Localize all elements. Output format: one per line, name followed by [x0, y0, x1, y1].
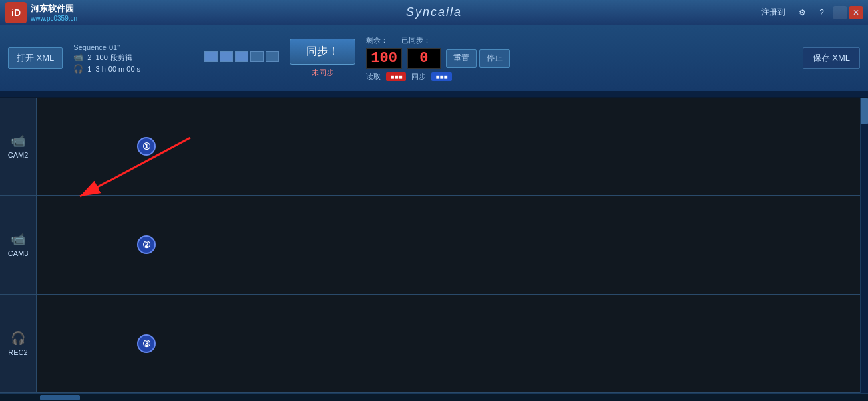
toolbar: 打开 XML Sequence 01" 📹 2 100 段剪辑 🎧 1 3 h … — [0, 25, 868, 92]
sync-section: 同步！ 未同步 — [290, 39, 355, 78]
app-name-label: Syncaila — [406, 5, 462, 19]
cam3-label: CAM3 — [8, 249, 29, 257]
remaining-label: 剩余： — [366, 35, 388, 45]
track-row-cam3[interactable]: ② — [37, 196, 860, 294]
minimize-button[interactable]: — — [833, 6, 847, 19]
prog-block-3 — [235, 51, 248, 62]
sync-button[interactable]: 同步！ — [290, 39, 355, 65]
prog-block-1 — [204, 51, 218, 62]
track-row-rec2[interactable]: ③ — [37, 295, 860, 393]
progress-blocks — [204, 51, 279, 62]
track-row: 🎧 1 3 h 00 m 00 s — [73, 64, 194, 74]
synced-label: 已同步： — [401, 35, 431, 45]
stats-top: 剩余： 已同步： — [366, 35, 513, 45]
left-sidebar: 📹 CAM2 📹 CAM3 🎧 REC2 — [0, 98, 37, 393]
remaining-display: 100 — [366, 48, 402, 69]
window-controls: — ✕ — [833, 6, 863, 19]
track-row-cam2[interactable]: ① — [37, 98, 860, 196]
app-title: Syncaila — [406, 5, 462, 19]
sequence-section: Sequence 01" 📹 2 100 段剪辑 🎧 1 3 h 00 m 00… — [73, 43, 194, 74]
stats-numbers: 100 0 重置 停止 — [366, 48, 513, 69]
open-xml-button[interactable]: 打开 XML — [8, 47, 63, 69]
stats-section: 剩余： 已同步： 100 0 重置 停止 读取 ■■■ 同步 ■■■ — [366, 35, 513, 82]
sync-status-label: 同步 — [411, 72, 426, 82]
save-xml-button[interactable]: 保存 XML — [803, 47, 860, 69]
prog-block-4 — [250, 51, 264, 62]
cam2-label: CAM2 — [8, 151, 29, 159]
settings-icon[interactable]: ⚙ — [795, 7, 810, 19]
track-label-cam2: 📹 CAM2 — [0, 98, 36, 196]
title-left: iD 河东软件园 www.pc0359.cn — [5, 2, 77, 23]
track-count: 1 — [87, 65, 91, 73]
register-button[interactable]: 注册到 — [757, 5, 789, 19]
read-badge: ■■■ — [386, 72, 406, 81]
prog-block-2 — [220, 51, 233, 62]
sequence-title: Sequence 01" — [73, 43, 194, 51]
track-label-rec2: 🎧 REC2 — [0, 295, 36, 393]
right-scrollbar[interactable] — [860, 98, 868, 393]
rec2-label: REC2 — [8, 348, 27, 356]
unsync-label: 未同步 — [312, 68, 334, 78]
close-button[interactable]: ✕ — [849, 6, 863, 19]
track-number-1: ① — [137, 137, 156, 156]
seg-count: 2 — [87, 53, 91, 61]
help-icon[interactable]: ? — [815, 7, 828, 19]
video-icon: 📹 — [73, 53, 83, 62]
timeline-area: ① ② ③ — [37, 98, 860, 393]
stop-button[interactable]: 停止 — [479, 49, 510, 68]
cam3-video-icon: 📹 — [11, 232, 25, 247]
rec2-audio-icon: 🎧 — [11, 331, 25, 346]
title-text-block: 河东软件园 www.pc0359.cn — [31, 3, 77, 22]
seg-label: 100 段剪辑 — [95, 53, 132, 63]
scroll-thumb[interactable] — [861, 98, 868, 124]
progress-section — [204, 51, 279, 65]
prog-block-5 — [266, 51, 279, 62]
company-name: 河东软件园 — [31, 3, 77, 15]
segment-row: 📹 2 100 段剪辑 — [73, 53, 194, 63]
top-scroll-bar — [0, 92, 868, 98]
duration-label: 3 h 00 m 00 s — [95, 65, 140, 73]
control-buttons: 重置 停止 — [446, 49, 510, 68]
track-number-2: ② — [137, 235, 156, 254]
reset-button[interactable]: 重置 — [446, 49, 477, 68]
open-xml-section: 打开 XML — [8, 47, 63, 69]
h-scroll-thumb[interactable] — [40, 395, 80, 400]
bottom-scrollbar[interactable] — [0, 393, 868, 401]
read-label: 读取 — [366, 72, 381, 82]
headphone-icon: 🎧 — [73, 64, 83, 74]
title-bar: iD 河东软件园 www.pc0359.cn Syncaila 注册到 ⚙ ? … — [0, 0, 868, 25]
sync-badge: ■■■ — [431, 72, 451, 81]
main-content: 📹 CAM2 📹 CAM3 🎧 REC2 ① ② — [0, 98, 868, 393]
website-url: www.pc0359.cn — [31, 15, 77, 22]
status-row: 读取 ■■■ 同步 ■■■ — [366, 72, 513, 82]
logo-icon: iD — [5, 2, 27, 23]
track-label-cam3: 📹 CAM3 — [0, 196, 36, 294]
synced-display: 0 — [407, 48, 441, 69]
track-number-3: ③ — [137, 334, 156, 353]
cam2-video-icon: 📹 — [11, 134, 25, 148]
title-right: 注册到 ⚙ ? — ✕ — [757, 5, 863, 19]
